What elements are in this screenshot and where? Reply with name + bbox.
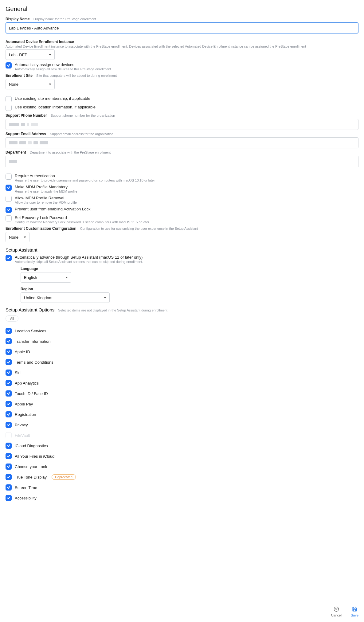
option-row: iCloud Diagnostics [6, 443, 358, 449]
option-label: Terms and Conditions [15, 360, 53, 365]
department-input[interactable] [6, 156, 358, 167]
option-checkbox[interactable] [6, 464, 12, 470]
option-checkbox[interactable] [6, 390, 12, 397]
prevent-al-label: Prevent user from enabling Activation Lo… [15, 207, 90, 211]
support-phone-label: Support Phone Number [6, 113, 47, 118]
language-value: English [24, 275, 37, 280]
auto-assign-checkbox[interactable] [6, 62, 12, 68]
enroll-site-hint: Site that computers will be added to dur… [36, 74, 117, 77]
option-label: App Analytics [15, 381, 39, 385]
enroll-cust-select[interactable]: None [6, 232, 29, 242]
page-title: General [6, 6, 358, 13]
enroll-site-value: None [9, 82, 18, 87]
chevron-down-icon [49, 84, 51, 85]
recovery-checkbox[interactable] [6, 215, 12, 221]
cancel-button[interactable]: Cancel [331, 606, 342, 617]
option-row: Registration [6, 411, 358, 417]
auto-advance-label: Automatically advance through Setup Assi… [15, 255, 143, 260]
option-label: Siri [15, 370, 21, 375]
options-all-button[interactable]: All [6, 315, 18, 322]
support-email-hint: Support email address for the organizati… [50, 132, 113, 136]
option-label: Privacy [15, 423, 28, 427]
display-name-input[interactable] [6, 22, 358, 33]
option-checkbox[interactable] [6, 338, 12, 344]
mdm-mand-label: Make MDM Profile Mandatory [15, 185, 77, 189]
region-value: United Kingdom [24, 295, 53, 300]
mdm-mand-checkbox[interactable] [6, 185, 12, 191]
enroll-cust-hint: Configuration to use for customizing the… [80, 227, 198, 230]
enroll-cust-value: None [9, 235, 18, 240]
department-label: Department [6, 150, 26, 155]
option-checkbox[interactable] [6, 443, 12, 449]
req-auth-hint: Require the user to provide username and… [15, 178, 155, 182]
ade-select-value: Lab - DEP [9, 53, 27, 57]
option-checkbox[interactable] [6, 432, 12, 438]
option-row: True Tone DisplayDeprecated [6, 474, 358, 480]
option-row: Apple ID [6, 349, 358, 355]
auto-assign-label: Automatically assign new devices [15, 62, 111, 67]
use-site-label: Use existing site membership, if applica… [15, 96, 90, 101]
support-phone-hint: Support phone number for the organizatio… [51, 114, 115, 117]
recovery-label: Set Recovery Lock Password [15, 215, 149, 220]
option-checkbox[interactable] [6, 411, 12, 417]
mdm-remove-checkbox[interactable] [6, 196, 12, 202]
option-checkbox[interactable] [6, 453, 12, 459]
option-checkbox[interactable] [6, 380, 12, 386]
option-checkbox[interactable] [6, 495, 12, 501]
option-label: True Tone Display [15, 475, 47, 479]
close-circle-icon [333, 606, 339, 612]
req-auth-checkbox[interactable] [6, 174, 12, 180]
option-label: Screen Time [15, 485, 37, 490]
language-select[interactable]: English [21, 272, 71, 283]
option-row: FileVault [6, 432, 358, 438]
option-checkbox[interactable] [6, 370, 12, 376]
option-checkbox[interactable] [6, 349, 12, 355]
option-checkbox[interactable] [6, 422, 12, 428]
option-checkbox[interactable] [6, 401, 12, 407]
option-checkbox[interactable] [6, 474, 12, 480]
chevron-down-icon [65, 277, 68, 278]
use-loc-label: Use existing location information, if ap… [15, 105, 96, 109]
prevent-al-checkbox[interactable] [6, 207, 12, 213]
svg-rect-2 [354, 609, 356, 611]
option-checkbox[interactable] [6, 359, 12, 365]
chevron-down-icon [24, 237, 26, 238]
department-hint: Department to associate with the PreStag… [30, 151, 111, 154]
region-select[interactable]: United Kingdom [21, 292, 110, 303]
recovery-hint: Configure how the Recovery Lock password… [15, 220, 149, 224]
display-name-hint: Display name for the PreStage enrollment [33, 17, 96, 21]
option-row: Siri [6, 370, 358, 376]
option-checkbox[interactable] [6, 484, 12, 491]
option-label: iCloud Diagnostics [15, 444, 48, 448]
auto-advance-hint: Automatically skips all Setup Assistant … [15, 260, 143, 264]
enroll-site-select[interactable]: None [6, 79, 55, 89]
svg-rect-1 [354, 607, 355, 608]
option-label: Apple ID [15, 350, 30, 354]
options-title: Setup Assistant Options [6, 307, 54, 312]
region-label: Region [21, 287, 33, 291]
option-label: FileVault [15, 433, 30, 438]
ade-hint: Automated Device Enrollment instance to … [6, 45, 306, 48]
language-label: Language [21, 267, 38, 271]
display-name-label: Display Name [6, 17, 30, 21]
ade-select[interactable]: Lab - DEP [6, 49, 55, 60]
use-loc-checkbox[interactable] [6, 105, 12, 111]
save-icon [351, 606, 358, 612]
option-row: Screen Time [6, 484, 358, 491]
auto-advance-checkbox[interactable] [6, 255, 12, 261]
option-label: Registration [15, 412, 36, 417]
support-phone-input[interactable] [6, 119, 358, 130]
option-row: Privacy [6, 422, 358, 428]
save-button[interactable]: Save [351, 606, 358, 617]
option-label: Location Services [15, 329, 46, 333]
option-checkbox[interactable] [6, 328, 12, 334]
support-email-input[interactable] [6, 137, 358, 148]
req-auth-label: Require Authentication [15, 174, 155, 178]
option-row: Touch ID / Face ID [6, 390, 358, 397]
options-hint: Selected items are not displayed in the … [58, 308, 167, 312]
use-site-checkbox[interactable] [6, 96, 12, 102]
option-row: Transfer Information [6, 338, 358, 344]
chevron-down-icon [104, 297, 106, 299]
option-row: Location Services [6, 328, 358, 334]
option-row: Apple Pay [6, 401, 358, 407]
